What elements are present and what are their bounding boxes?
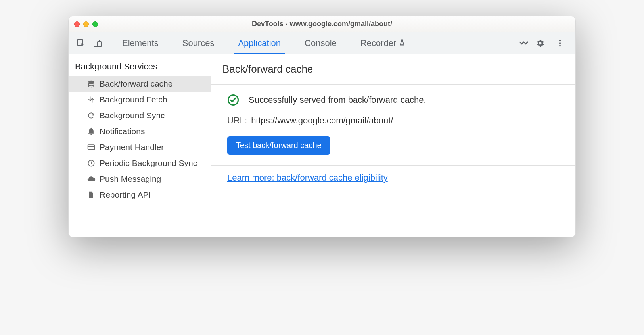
success-check-icon	[227, 94, 239, 106]
sidebar-item-payment-handler[interactable]: Payment Handler	[69, 139, 211, 155]
panel-title: Back/forward cache	[211, 54, 575, 85]
inspect-element-icon[interactable]	[73, 35, 89, 52]
sidebar-item-notifications[interactable]: Notifications	[69, 123, 211, 139]
panel-body: Background Services Back/forward cache B…	[69, 54, 575, 237]
learn-more-link[interactable]: Learn more: back/forward cache eligibili…	[227, 173, 388, 183]
sidebar-item-periodic-sync[interactable]: Periodic Background Sync	[69, 155, 211, 171]
sidebar-item-label: Periodic Background Sync	[100, 158, 197, 168]
sidebar-item-push-messaging[interactable]: Push Messaging	[69, 171, 211, 187]
sidebar-item-label: Payment Handler	[100, 142, 164, 152]
sidebar-item-label: Reporting API	[100, 190, 151, 200]
svg-rect-2	[98, 42, 101, 47]
sidebar-item-bfcache[interactable]: Back/forward cache	[69, 76, 211, 92]
sidebar-item-background-fetch[interactable]: Background Fetch	[69, 92, 211, 108]
bell-icon	[87, 127, 96, 136]
traffic-lights	[74, 21, 98, 27]
status-row: Successfully served from back/forward ca…	[227, 94, 562, 106]
test-bfcache-button[interactable]: Test back/forward cache	[227, 136, 330, 155]
cloud-icon	[87, 175, 96, 183]
sidebar-item-label: Background Fetch	[100, 95, 167, 104]
status-message: Successfully served from back/forward ca…	[249, 95, 426, 105]
tab-label: Application	[238, 38, 281, 48]
more-tabs-icon[interactable]	[516, 39, 532, 48]
tab-application[interactable]: Application	[226, 32, 293, 54]
close-window-button[interactable]	[74, 21, 80, 27]
devtools-window: DevTools - www.google.com/gmail/about/ E…	[68, 16, 576, 237]
sidebar-item-label: Background Sync	[100, 111, 165, 120]
url-label: URL:	[227, 116, 247, 126]
settings-icon[interactable]	[532, 35, 548, 52]
flask-icon	[399, 38, 406, 48]
tab-elements[interactable]: Elements	[110, 32, 171, 54]
sidebar-section-header: Background Services	[69, 62, 211, 76]
sidebar-item-label: Notifications	[100, 127, 145, 136]
tab-recorder[interactable]: Recorder	[349, 32, 418, 54]
url-row: URL: https://www.google.com/gmail/about/	[227, 116, 562, 126]
sidebar-item-label: Push Messaging	[100, 174, 161, 184]
sidebar-item-label: Back/forward cache	[100, 79, 172, 89]
database-icon	[87, 79, 96, 88]
tab-label: Recorder	[360, 38, 396, 48]
sidebar-item-reporting-api[interactable]: Reporting API	[69, 187, 211, 203]
devtools-tabs: Elements Sources Application Console Rec…	[110, 32, 418, 54]
sidebar-item-background-sync[interactable]: Background Sync	[69, 108, 211, 123]
learn-more-section: Learn more: back/forward cache eligibili…	[211, 166, 575, 193]
svg-rect-7	[88, 145, 95, 150]
tab-label: Console	[305, 38, 337, 48]
window-titlebar: DevTools - www.google.com/gmail/about/	[69, 16, 575, 32]
toolbar-separator	[107, 38, 107, 49]
tab-console[interactable]: Console	[293, 32, 349, 54]
clock-icon	[87, 159, 96, 168]
sync-icon	[87, 111, 96, 120]
tab-sources[interactable]: Sources	[171, 32, 226, 54]
device-toolbar-icon[interactable]	[89, 35, 106, 52]
kebab-menu-icon[interactable]	[552, 35, 568, 52]
fetch-icon	[87, 95, 96, 104]
window-title: DevTools - www.google.com/gmail/about/	[252, 20, 392, 28]
tab-label: Elements	[122, 38, 159, 48]
sidebar: Background Services Back/forward cache B…	[69, 54, 211, 237]
bfcache-status-section: Successfully served from back/forward ca…	[211, 85, 575, 165]
card-icon	[87, 143, 96, 152]
zoom-window-button[interactable]	[92, 21, 98, 27]
url-value: https://www.google.com/gmail/about/	[251, 116, 393, 126]
tab-label: Sources	[182, 38, 215, 48]
svg-point-3	[559, 40, 561, 41]
svg-point-5	[559, 45, 561, 46]
devtools-toolbar: Elements Sources Application Console Rec…	[69, 32, 575, 54]
main-panel: Back/forward cache Successfully served f…	[211, 54, 575, 237]
minimize-window-button[interactable]	[83, 21, 89, 27]
svg-point-4	[559, 42, 561, 44]
file-icon	[87, 191, 96, 199]
